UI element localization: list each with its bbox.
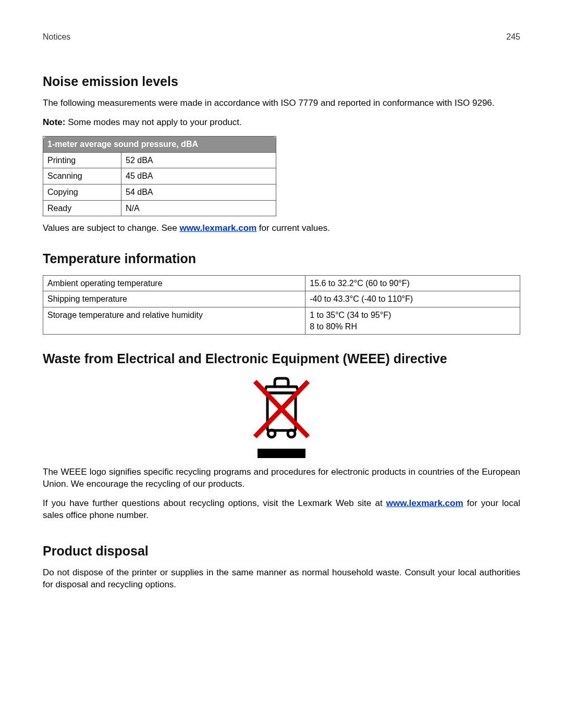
disposal-para: Do not dispose of the printer or supplie… xyxy=(43,567,520,591)
svg-point-2 xyxy=(288,430,295,437)
noise-table: 1-meter average sound pressure, dBA Prin… xyxy=(43,136,276,216)
header-page-number: 245 xyxy=(506,31,520,43)
table-row: Storage temperature and relative humidit… xyxy=(43,307,520,335)
header-section: Notices xyxy=(43,31,70,43)
table-row: Scanning45 dBA xyxy=(43,168,276,184)
disposal-heading: Product disposal xyxy=(43,542,520,560)
lexmark-link[interactable]: www.lexmark.com xyxy=(179,223,256,233)
noise-table-header: 1-meter average sound pressure, dBA xyxy=(43,137,276,153)
weee-para-1: The WEEE logo signifies specific recycli… xyxy=(43,466,520,490)
weee-black-bar xyxy=(258,449,305,458)
table-row: Shipping temperature-40 to 43.3°C (-40 t… xyxy=(43,291,520,307)
page-header: Notices 245 xyxy=(43,31,520,43)
table-row: ReadyN/A xyxy=(43,200,276,216)
table-row: Printing52 dBA xyxy=(43,152,276,168)
weee-figure xyxy=(43,375,520,458)
lexmark-link[interactable]: www.lexmark.com xyxy=(386,498,463,508)
temp-heading: Temperature information xyxy=(43,250,520,268)
svg-point-1 xyxy=(268,430,275,437)
noise-heading: Noise emission levels xyxy=(43,73,520,91)
table-row: Ambient operating temperature15.6 to 32.… xyxy=(43,275,520,291)
noise-footer: Values are subject to change. See www.le… xyxy=(43,223,520,235)
weee-crossed-bin-icon xyxy=(248,375,315,442)
table-row: Copying54 dBA xyxy=(43,184,276,201)
note-text: Some modes may not apply to your product… xyxy=(65,117,241,127)
noise-intro: The following measurements were made in … xyxy=(43,97,520,109)
weee-para-2: If you have further questions about recy… xyxy=(43,498,520,522)
temp-table: Ambient operating temperature15.6 to 32.… xyxy=(43,275,520,335)
noise-note: Note: Some modes may not apply to your p… xyxy=(43,117,520,129)
note-label: Note: xyxy=(43,117,65,127)
weee-heading: Waste from Electrical and Electronic Equ… xyxy=(43,350,520,368)
